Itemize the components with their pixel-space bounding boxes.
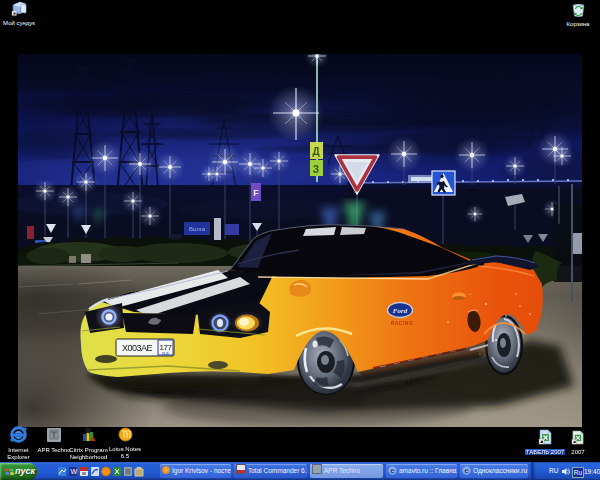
svg-text:Ford: Ford xyxy=(393,307,408,315)
svg-text:W: W xyxy=(71,468,78,475)
svg-text:Волга: Волга xyxy=(189,226,206,232)
svg-text:Д: Д xyxy=(312,146,319,157)
svg-text:Х003АЕ: Х003АЕ xyxy=(122,343,153,353)
svg-text:RACING: RACING xyxy=(391,320,414,326)
svg-text:З: З xyxy=(313,164,319,175)
svg-text:F: F xyxy=(253,188,259,198)
svg-text:RUS: RUS xyxy=(162,352,169,356)
